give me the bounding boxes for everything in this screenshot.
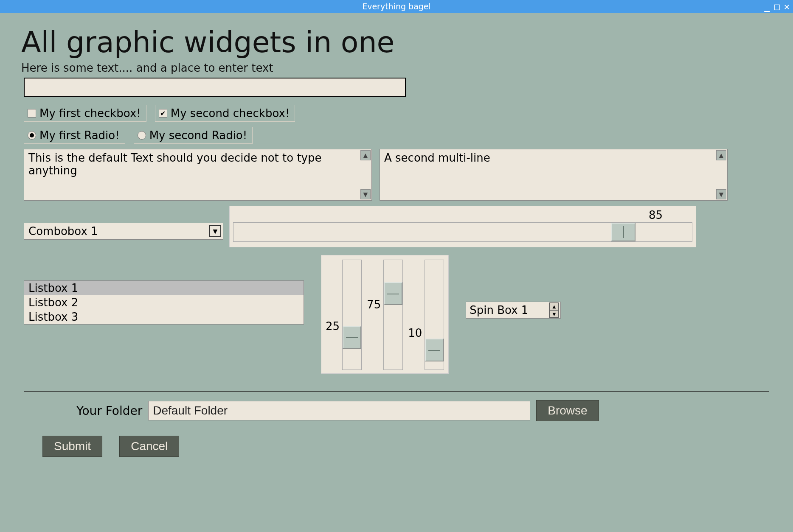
close-icon[interactable]: ✕ [784, 1, 790, 12]
multiline-text: A second multi-line [384, 151, 490, 164]
radio-first[interactable]: My first Radio! [24, 127, 125, 144]
spinbox[interactable]: Spin Box 1 ▲ ▼ [466, 302, 561, 319]
checkbox-first[interactable]: My first checkbox! [24, 105, 146, 122]
multiline-1[interactable]: This is the default Text should you deci… [24, 149, 372, 201]
slider-value: 85 [233, 209, 692, 221]
folder-input[interactable] [148, 401, 530, 420]
multiline-row: This is the default Text should you deci… [24, 149, 772, 201]
content-area: All graphic widgets in one Here is some … [0, 13, 793, 470]
vertical-slider[interactable]: 10 [408, 260, 444, 370]
page-title: All graphic widgets in one [21, 25, 772, 59]
text-input[interactable] [24, 78, 406, 97]
titlebar: Everything bagel _ □ ✕ [0, 0, 793, 13]
combo-selected: Combobox 1 [28, 225, 98, 238]
radio-label: My first Radio! [39, 129, 120, 142]
combobox[interactable]: Combobox 1 ▼ [24, 223, 223, 240]
page-subtext: Here is some text.... and a place to ent… [21, 62, 772, 74]
scroll-up-icon[interactable]: ▲ [360, 150, 371, 160]
checkbox-icon [28, 109, 36, 118]
listbox[interactable]: Listbox 1Listbox 2Listbox 3 [24, 280, 304, 325]
folder-row: Your Folder Browse [76, 400, 772, 421]
slider-value: 25 [326, 320, 340, 333]
browse-button[interactable]: Browse [536, 400, 599, 421]
slider-knob[interactable] [425, 339, 444, 361]
multiline-2[interactable]: A second multi-line ▲ ▼ [380, 149, 728, 201]
spin-down-icon[interactable]: ▼ [549, 310, 559, 318]
list-item[interactable]: Listbox 1 [24, 281, 304, 295]
radio-icon [138, 131, 146, 140]
slider-value: 75 [367, 298, 381, 311]
slider-value: 10 [408, 327, 422, 339]
slider-knob[interactable] [343, 326, 361, 349]
spin-buttons[interactable]: ▲ ▼ [549, 302, 559, 318]
scrollbar[interactable]: ▲ ▼ [360, 150, 371, 199]
radio-icon [28, 131, 36, 140]
list-item[interactable]: Listbox 2 [24, 295, 304, 310]
vertical-slider[interactable]: 75 [367, 260, 403, 370]
multiline-text: This is the default Text should you deci… [28, 151, 321, 177]
slider-knob[interactable] [384, 282, 402, 305]
list-item[interactable]: Listbox 3 [24, 310, 304, 324]
radio-second[interactable]: My second Radio! [134, 127, 253, 144]
slider-track[interactable] [342, 260, 362, 370]
slider-track[interactable] [233, 222, 692, 242]
horizontal-slider[interactable]: 85 [229, 206, 696, 247]
submit-button[interactable]: Submit [42, 436, 102, 457]
combo-slider-row: Combobox 1 ▼ 85 [24, 206, 772, 247]
slider-knob[interactable] [611, 223, 636, 241]
spin-up-icon[interactable]: ▲ [549, 302, 559, 310]
minimize-icon[interactable]: _ [764, 1, 770, 12]
cancel-button[interactable]: Cancel [119, 436, 179, 457]
button-row: Submit Cancel [42, 436, 772, 457]
maximize-icon[interactable]: □ [774, 1, 780, 12]
radio-row: My first Radio! My second Radio! [24, 127, 772, 144]
checkbox-row: My first checkbox! ✔ My second checkbox! [24, 105, 772, 122]
chevron-down-icon[interactable]: ▼ [209, 225, 221, 237]
checkbox-label: My first checkbox! [39, 107, 141, 120]
vertical-slider[interactable]: 25 [326, 260, 362, 370]
slider-track[interactable] [425, 260, 444, 370]
scroll-up-icon[interactable]: ▲ [716, 150, 726, 160]
vertical-sliders: 257510 [321, 255, 449, 374]
list-sliders-row: Listbox 1Listbox 2Listbox 3 257510 Spin … [24, 255, 772, 374]
slider-track[interactable] [383, 260, 403, 370]
separator [24, 391, 769, 392]
scrollbar[interactable]: ▲ ▼ [716, 150, 726, 199]
scroll-down-icon[interactable]: ▼ [716, 189, 726, 199]
radio-label: My second Radio! [149, 129, 247, 142]
checkbox-icon: ✔ [159, 109, 167, 118]
window-controls: _ □ ✕ [764, 0, 790, 13]
folder-label: Your Folder [76, 404, 142, 418]
spin-value: Spin Box 1 [470, 304, 528, 316]
window-title: Everything bagel [362, 2, 431, 11]
checkbox-label: My second checkbox! [171, 107, 290, 120]
checkbox-second[interactable]: ✔ My second checkbox! [155, 105, 295, 122]
scroll-down-icon[interactable]: ▼ [360, 189, 371, 199]
